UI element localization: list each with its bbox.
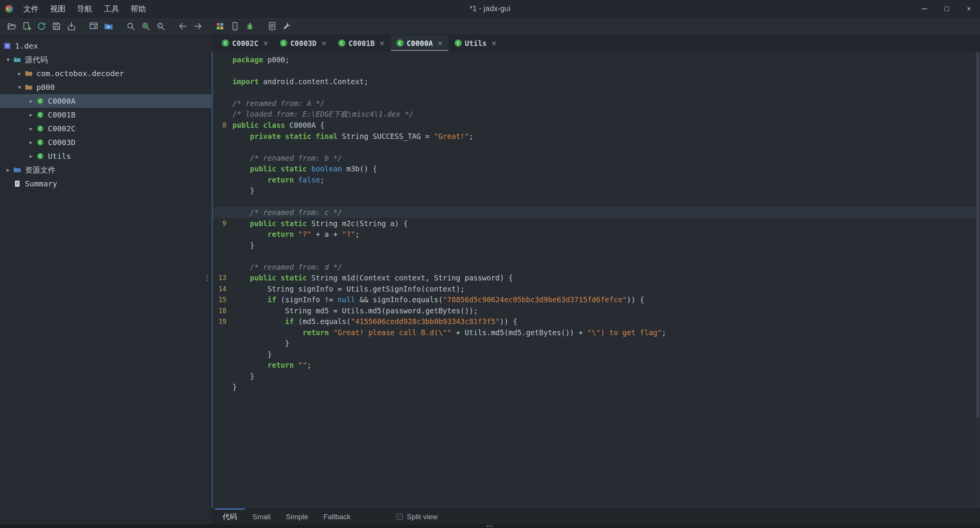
tree-item-C0001B[interactable]: ▸CC0001B [0, 108, 211, 122]
svg-text:C: C [39, 127, 41, 131]
editor-tab-C0002C[interactable]: CC0002C× [216, 35, 274, 51]
tab-close-icon[interactable]: × [379, 39, 384, 47]
tree-item-p000[interactable]: ▾p000 [0, 80, 211, 94]
tab-close-icon[interactable]: × [491, 39, 497, 47]
tree-item-label: C0001B [48, 110, 75, 119]
tree-item-com.octobox.decoder[interactable]: ▸com.octobox.decoder [0, 67, 211, 80]
expand-arrow-icon[interactable]: ▸ [26, 125, 36, 132]
log-viewer-icon[interactable] [265, 20, 278, 33]
menu-item-工具[interactable]: 工具 [98, 0, 125, 18]
editor-tab-C0003D[interactable]: CC0003D× [275, 35, 332, 51]
close-button[interactable]: × [958, 0, 980, 17]
tree-item-C0003D[interactable]: ▸CC0003D [0, 135, 211, 149]
save-all-icon[interactable] [50, 20, 63, 33]
class-icon: C [280, 39, 287, 47]
reload-icon[interactable] [35, 20, 48, 33]
tree-item-1.dex[interactable]: 1.dex [0, 39, 211, 53]
code-line: 13 public static String m1d(Context cont… [213, 272, 980, 284]
code-line: } [213, 371, 980, 382]
expand-arrow-icon[interactable]: ▸ [26, 139, 36, 146]
code-line: 9 public static String m2c(String a) { [213, 218, 980, 229]
doc-icon [13, 179, 21, 188]
menu-item-帮助[interactable]: 帮助 [125, 0, 152, 18]
code-line: return false; [213, 174, 980, 186]
code-line: import android.content.Context; [213, 76, 980, 87]
res-icon [13, 166, 21, 174]
comment-search-icon[interactable]: C [154, 20, 167, 33]
cls-icon: C [36, 152, 44, 160]
code-line: return "Great! please call B.d(\"" + Uti… [213, 327, 980, 338]
maximize-button[interactable]: □ [936, 0, 958, 17]
debugger-icon[interactable] [243, 20, 256, 33]
code-line: return "?" + a + "?"; [213, 229, 980, 240]
open-file-icon[interactable] [5, 20, 18, 33]
editor-tab-C0000A[interactable]: CC0000A× [391, 35, 448, 51]
code-editor[interactable]: package p000;import android.content.Cont… [212, 51, 980, 508]
line-number: 9 [213, 220, 232, 227]
expand-arrow-icon[interactable]: ▸ [26, 153, 36, 160]
tree-item-Summary[interactable]: Summary [0, 177, 211, 191]
window-title: *1 - jadx-gui [470, 4, 510, 13]
nav-back-icon[interactable] [176, 20, 189, 33]
expand-arrow-icon[interactable]: ▸ [26, 98, 36, 104]
nav-forward-icon[interactable] [191, 20, 204, 33]
editor-tab-Utils[interactable]: CUtils× [449, 35, 502, 51]
settings-icon[interactable] [280, 20, 293, 33]
tab-close-icon[interactable]: × [321, 39, 327, 47]
line-number: 8 [213, 121, 232, 129]
tab-close-icon[interactable]: × [263, 39, 268, 47]
dock-window-icon[interactable] [87, 20, 100, 33]
deobfuscation-icon[interactable] [213, 20, 226, 33]
code-text: private static final String SUCCESS_TAG … [232, 132, 473, 140]
menu-item-视图[interactable]: 视图 [44, 0, 71, 18]
view-tab-代码[interactable]: 代码 [215, 509, 245, 525]
tab-label: C0003D [290, 39, 317, 47]
code-line: 15 if (signInfo != null && signInfo.equa… [213, 294, 980, 305]
tree-item-Utils[interactable]: ▸CUtils [0, 149, 211, 163]
menu-item-文件[interactable]: 文件 [18, 0, 44, 18]
add-files-icon[interactable] [20, 20, 33, 33]
tree-item-label: Utils [48, 152, 71, 161]
expand-arrow-icon[interactable]: ▸ [3, 166, 13, 173]
menu-item-导航[interactable]: 导航 [71, 0, 98, 18]
expand-arrow-icon[interactable]: ▸ [15, 70, 25, 77]
view-tab-Simple[interactable]: Simple [278, 509, 316, 525]
title-bar: 文件视图导航工具帮助 *1 - jadx-gui ─ □ × [0, 0, 980, 18]
code-text: /* renamed from: d */ [232, 263, 342, 271]
tree-item-资源文件[interactable]: ▸资源文件 [0, 163, 211, 177]
code-line: } [213, 185, 980, 196]
code-line: /* renamed from: A */ [213, 98, 980, 109]
code-line [213, 196, 980, 207]
code-text: } [232, 186, 254, 195]
splitter-grip[interactable]: ⋮ [204, 275, 211, 279]
line-number: 14 [213, 285, 232, 293]
flat-packages-icon[interactable] [102, 20, 115, 33]
collapse-arrow-icon[interactable]: ▾ [3, 56, 13, 63]
export-icon[interactable] [65, 20, 78, 33]
tree-item-C0002C[interactable]: ▸CC0002C [0, 122, 211, 135]
tree-item-label: C0000A [48, 96, 75, 106]
editor-tab-C0001B[interactable]: CC0001B× [333, 35, 390, 51]
code-text: public static String m2c(String a) { [232, 219, 408, 228]
class-icon: C [338, 39, 345, 47]
tree-item-源代码[interactable]: ▾源代码 [0, 53, 211, 67]
text-search-icon[interactable] [124, 20, 137, 33]
view-tab-Smali[interactable]: Smali [245, 509, 278, 525]
vertical-scrollbar[interactable] [975, 51, 980, 508]
minimize-button[interactable]: ─ [913, 0, 936, 17]
tab-close-icon[interactable]: × [437, 39, 443, 47]
project-tree[interactable]: ⋮ 1.dex▾源代码▸com.octobox.decoder▾p000▸CC0… [0, 35, 212, 525]
split-view-label: Split view [407, 513, 437, 521]
code-content: package p000;import android.content.Cont… [213, 51, 980, 393]
code-line: } [213, 349, 980, 360]
class-search-icon[interactable] [139, 20, 152, 33]
tree-item-label: p000 [36, 83, 55, 92]
device-icon[interactable] [228, 20, 241, 33]
collapse-arrow-icon[interactable]: ▾ [15, 84, 25, 91]
drag-handle-dots[interactable]: ••• [486, 525, 494, 528]
view-tab-Fallback[interactable]: Fallback [316, 509, 358, 525]
tree-item-C0000A[interactable]: ▸CC0000A [0, 94, 211, 108]
expand-arrow-icon[interactable]: ▸ [26, 111, 36, 118]
split-view-checkbox[interactable] [396, 513, 403, 520]
scrollbar-thumb[interactable] [976, 52, 979, 418]
